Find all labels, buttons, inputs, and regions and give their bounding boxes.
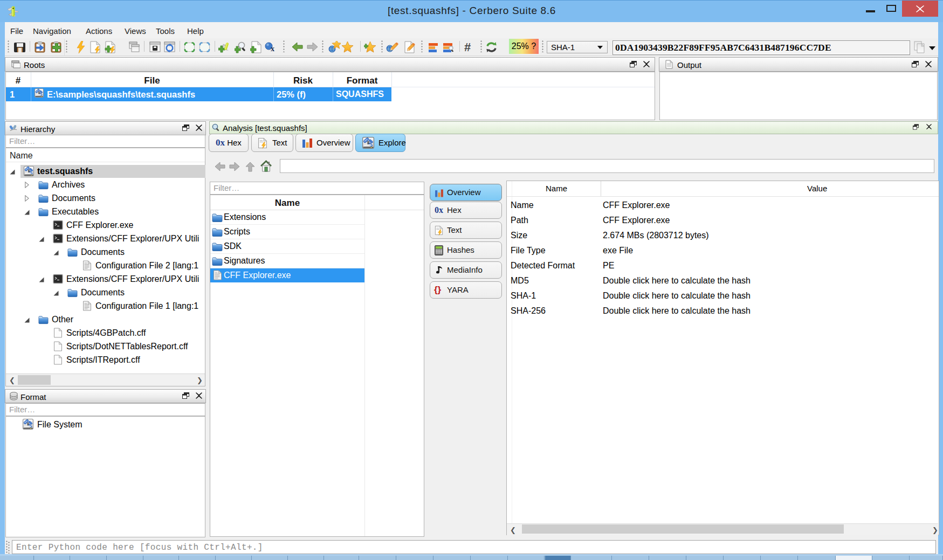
svg-text:x: x — [271, 45, 274, 53]
svg-text:#: # — [464, 41, 471, 53]
